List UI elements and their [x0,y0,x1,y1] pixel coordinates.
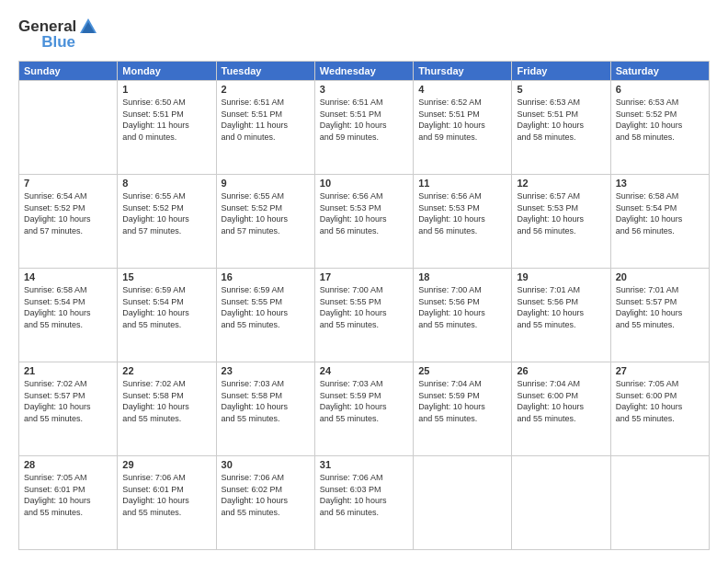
cell-info: and 55 minutes. [616,319,704,331]
cell-info: Daylight: 10 hours [418,307,506,319]
cell-info: Daylight: 10 hours [320,401,408,413]
cell-info: Daylight: 10 hours [24,495,112,507]
cell-info: and 55 minutes. [24,319,112,331]
logo: General Blue [18,17,98,52]
cell-info: Sunset: 5:53 PM [320,202,408,214]
day-number: 28 [24,459,112,470]
day-number: 2 [222,84,310,95]
calendar-cell: 31Sunrise: 7:06 AMSunset: 6:03 PMDayligh… [314,456,413,550]
cell-info: Sunrise: 6:56 AM [418,190,506,202]
cell-info: Sunset: 6:02 PM [222,484,310,496]
week-row-2: 7Sunrise: 6:54 AMSunset: 5:52 PMDaylight… [19,175,710,269]
cell-info: and 55 minutes. [24,507,112,519]
cell-info: and 55 minutes. [222,413,310,425]
cell-info: Daylight: 10 hours [616,120,704,132]
calendar-cell: 21Sunrise: 7:02 AMSunset: 5:57 PMDayligh… [19,362,118,456]
cell-info: Sunrise: 7:01 AM [517,284,605,296]
cell-info: and 55 minutes. [418,413,506,425]
day-number: 10 [320,178,408,189]
cell-info: Daylight: 10 hours [418,401,506,413]
calendar-cell: 16Sunrise: 6:59 AMSunset: 5:55 PMDayligh… [216,269,314,362]
cell-info: Sunset: 5:52 PM [616,109,704,121]
cell-info: Daylight: 10 hours [222,307,310,319]
cell-info: Sunrise: 7:06 AM [122,472,210,484]
cell-info: Sunset: 5:51 PM [222,109,310,121]
cell-info: Daylight: 10 hours [418,213,506,225]
cell-info: Sunset: 6:01 PM [122,484,210,496]
day-number: 15 [122,271,210,282]
cell-info: Daylight: 10 hours [517,213,605,225]
cell-info: and 56 minutes. [320,225,408,237]
week-row-4: 21Sunrise: 7:02 AMSunset: 5:57 PMDayligh… [19,362,710,456]
calendar-cell: 22Sunrise: 7:02 AMSunset: 5:58 PMDayligh… [118,362,216,456]
calendar-cell [610,456,709,550]
cell-info: Sunrise: 6:58 AM [24,284,112,296]
cell-info: Sunset: 6:00 PM [517,390,605,402]
cell-info: Daylight: 10 hours [122,495,210,507]
day-number: 26 [517,365,605,376]
calendar-table: SundayMondayTuesdayWednesdayThursdayFrid… [18,61,710,550]
cell-info: Sunrise: 6:53 AM [517,97,605,109]
calendar-cell: 11Sunrise: 6:56 AMSunset: 5:53 PMDayligh… [414,175,512,269]
cell-info: and 58 minutes. [616,132,704,144]
cell-info: Sunset: 5:55 PM [222,296,310,308]
calendar-cell: 3Sunrise: 6:51 AMSunset: 5:51 PMDaylight… [314,81,413,175]
week-row-3: 14Sunrise: 6:58 AMSunset: 5:54 PMDayligh… [19,269,710,362]
calendar-cell [512,456,610,550]
calendar-cell: 27Sunrise: 7:05 AMSunset: 6:00 PMDayligh… [610,362,709,456]
day-number: 18 [418,271,506,282]
calendar-cell: 25Sunrise: 7:04 AMSunset: 5:59 PMDayligh… [414,362,512,456]
weekday-header-monday: Monday [118,62,216,81]
cell-info: and 57 minutes. [122,225,210,237]
day-number: 8 [122,178,210,189]
cell-info: Sunrise: 6:55 AM [222,190,310,202]
cell-info: Daylight: 10 hours [320,495,408,507]
calendar-cell: 19Sunrise: 7:01 AMSunset: 5:56 PMDayligh… [512,269,610,362]
cell-info: Sunset: 5:51 PM [320,109,408,121]
calendar-cell: 30Sunrise: 7:06 AMSunset: 6:02 PMDayligh… [216,456,314,550]
cell-info: Daylight: 11 hours [222,120,310,132]
cell-info: Sunrise: 7:06 AM [222,472,310,484]
cell-info: Sunrise: 7:06 AM [320,472,408,484]
calendar-cell: 24Sunrise: 7:03 AMSunset: 5:59 PMDayligh… [314,362,413,456]
calendar-cell: 17Sunrise: 7:00 AMSunset: 5:55 PMDayligh… [314,269,413,362]
week-row-5: 28Sunrise: 7:05 AMSunset: 6:01 PMDayligh… [19,456,710,550]
cell-info: Sunset: 5:55 PM [320,296,408,308]
cell-info: Sunrise: 6:54 AM [24,190,112,202]
weekday-header-saturday: Saturday [610,62,709,81]
calendar-cell [19,81,118,175]
day-number: 5 [517,84,605,95]
weekday-header-thursday: Thursday [414,62,512,81]
header: General Blue [18,17,710,52]
cell-info: and 58 minutes. [517,132,605,144]
calendar-cell: 5Sunrise: 6:53 AMSunset: 5:51 PMDaylight… [512,81,610,175]
calendar-cell: 7Sunrise: 6:54 AMSunset: 5:52 PMDaylight… [19,175,118,269]
cell-info: Daylight: 10 hours [24,401,112,413]
cell-info: Daylight: 10 hours [320,120,408,132]
cell-info: and 56 minutes. [418,225,506,237]
cell-info: and 59 minutes. [320,132,408,144]
weekday-header-tuesday: Tuesday [216,62,314,81]
cell-info: Sunset: 5:51 PM [517,109,605,121]
day-number: 21 [24,365,112,376]
cell-info: Sunrise: 6:50 AM [122,97,210,109]
cell-info: Sunrise: 6:59 AM [122,284,210,296]
cell-info: and 57 minutes. [24,225,112,237]
day-number: 24 [320,365,408,376]
day-number: 1 [122,84,210,95]
day-number: 19 [517,271,605,282]
cell-info: Sunset: 5:54 PM [24,296,112,308]
calendar-cell: 15Sunrise: 6:59 AMSunset: 5:54 PMDayligh… [118,269,216,362]
cell-info: Sunrise: 6:51 AM [222,97,310,109]
weekday-header-sunday: Sunday [19,62,118,81]
cell-info: and 55 minutes. [122,319,210,331]
cell-info: Daylight: 10 hours [517,401,605,413]
cell-info: Sunrise: 6:51 AM [320,97,408,109]
cell-info: Sunset: 5:57 PM [616,296,704,308]
weekday-header-wednesday: Wednesday [314,62,413,81]
day-number: 14 [24,271,112,282]
day-number: 9 [222,178,310,189]
cell-info: Sunrise: 6:57 AM [517,190,605,202]
cell-info: Sunrise: 7:03 AM [320,378,408,390]
cell-info: and 56 minutes. [320,507,408,519]
